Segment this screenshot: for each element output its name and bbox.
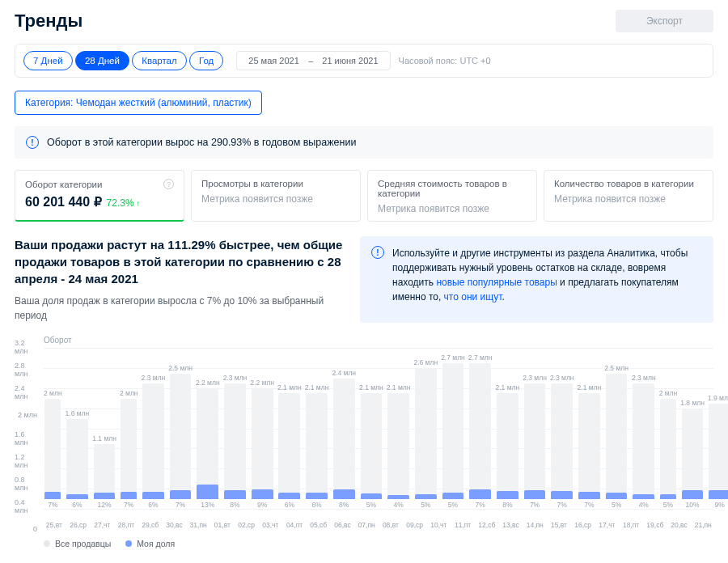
range-pill[interactable]: 28 Дней: [75, 51, 129, 70]
bar-slot[interactable]: 2.7 млн7%: [468, 348, 493, 509]
x-tick: 31,пн: [188, 521, 209, 529]
link-what-they-want[interactable]: что они ищут: [444, 291, 502, 303]
metric-label: Просмотры в категории: [201, 179, 350, 188]
bar-share-label: 6%: [72, 501, 82, 509]
bar-all-sellers: [121, 399, 137, 499]
bar-slot[interactable]: 2.1 млн6%: [277, 348, 302, 509]
x-tick: 21,пн: [692, 521, 713, 529]
bar-slot[interactable]: 2.1 млн8%: [496, 348, 520, 509]
bar-my-share: [415, 494, 437, 499]
bar-all-sellers: [170, 374, 192, 499]
x-tick: 17,чт: [597, 521, 618, 529]
date-range-picker[interactable]: 25 мая 2021 – 21 июня 2021: [236, 51, 390, 70]
bar-value-label: 2.1 млн: [578, 383, 602, 392]
x-tick: 16,ср: [573, 521, 594, 529]
range-pill[interactable]: Квартал: [132, 51, 186, 70]
x-tick: 09,ср: [404, 521, 425, 529]
bar-all-sellers: [415, 368, 437, 499]
bar-slot[interactable]: 2.3 млн4%: [632, 348, 656, 509]
bar-all-sellers: [524, 383, 546, 499]
x-tick: 13,вс: [501, 521, 522, 529]
bar-share-label: 7%: [476, 501, 485, 509]
bar-slot[interactable]: 2.1 млн6%: [305, 348, 329, 509]
category-filter-tag[interactable]: Категория: Чемодан жесткий (алюминий, пл…: [15, 91, 262, 115]
bar-slot[interactable]: 2.7 млн5%: [441, 348, 465, 509]
bar-slot[interactable]: 2 млн7%: [120, 348, 138, 509]
x-tick: 28,пт: [116, 521, 137, 529]
bar-slot[interactable]: 1.9 млн9%: [708, 348, 728, 509]
bar-slot[interactable]: 2.2 млн13%: [196, 348, 220, 509]
bar-value-label: 2 млн: [44, 389, 62, 397]
bar-my-share: [142, 492, 164, 499]
bar-my-share: [442, 493, 464, 499]
bar-share-label: 8%: [502, 501, 512, 509]
bar-value-label: 2.6 млн: [413, 358, 438, 366]
x-tick: 01,вт: [212, 521, 233, 529]
bar-slot[interactable]: 2.3 млн7%: [550, 348, 574, 509]
link-new-products[interactable]: новые популярные товары: [436, 277, 557, 288]
bar-all-sellers: [224, 383, 246, 499]
metric-value: Метрика появится позже: [201, 193, 350, 205]
y-tick: 2.8 млн: [15, 362, 37, 378]
bar-value-label: 2.7 млн: [441, 353, 465, 362]
bar-slot[interactable]: 2.2 млн9%: [250, 348, 274, 509]
bar-slot[interactable]: 2.1 млн7%: [578, 348, 602, 509]
x-tick: 29,сб: [140, 521, 161, 529]
bar-my-share: [333, 489, 355, 499]
export-button[interactable]: Экспорт: [616, 10, 713, 32]
range-pill[interactable]: Год: [189, 51, 223, 70]
bar-value-label: 2.1 млн: [496, 383, 520, 392]
bar-slot[interactable]: 2.6 млн5%: [413, 348, 438, 509]
bar-share-label: 7%: [48, 501, 57, 509]
y-tick: 3.2 млн: [15, 339, 37, 355]
bar-slot[interactable]: 2.4 млн8%: [332, 348, 356, 509]
bar-slot[interactable]: 2 млн7%: [44, 348, 62, 509]
bar-slot[interactable]: 2.3 млн6%: [142, 348, 166, 509]
bar-all-sellers: [278, 393, 300, 499]
bar-share-label: 7%: [584, 501, 594, 509]
chart-legend: Все продавцы Моя доля: [44, 539, 713, 548]
bar-slot[interactable]: 2.3 млн8%: [223, 348, 248, 509]
bar-slot[interactable]: 2.5 млн7%: [168, 348, 193, 509]
bar-slot[interactable]: 2.5 млн5%: [604, 348, 629, 509]
range-pill[interactable]: 7 Дней: [23, 51, 73, 70]
bar-all-sellers: [709, 404, 728, 499]
bar-share-label: 9%: [715, 501, 725, 509]
bar-slot[interactable]: 1.1 млн12%: [92, 348, 116, 509]
bar-my-share: [94, 493, 116, 499]
metric-card[interactable]: Средняя стоимость товаров в категорииМет…: [367, 170, 537, 222]
bar-share-label: 7%: [124, 501, 133, 509]
bar-value-label: 2.1 млн: [359, 383, 383, 392]
bar-slot[interactable]: 2 млн5%: [659, 348, 678, 509]
x-tick: 03,чт: [260, 521, 281, 529]
bar-share-label: 7%: [530, 501, 540, 509]
y-tick: 0.8 млн: [15, 476, 37, 492]
bar-value-label: 2.1 млн: [277, 383, 302, 392]
bar-slot[interactable]: 2.1 млн5%: [359, 348, 383, 509]
metric-card[interactable]: Количество товаров в категорииМетрика по…: [544, 170, 713, 222]
bar-value-label: 1.6 млн: [66, 409, 90, 417]
filter-bar: 7 Дней 28 Дней Квартал Год 25 мая 2021 –…: [15, 44, 713, 78]
bar-slot[interactable]: 2.1 млн4%: [387, 348, 411, 509]
bar-slot[interactable]: 1.6 млн6%: [66, 348, 90, 509]
bar-my-share: [633, 494, 654, 499]
x-tick: 04,пт: [284, 521, 305, 529]
bar-slot[interactable]: 1.8 млн10%: [680, 348, 705, 509]
x-tick: 25,вт: [44, 521, 65, 529]
help-icon[interactable]: ?: [163, 179, 174, 189]
metric-card[interactable]: Оборот категории?60 201 440 ₽72.3%: [15, 170, 184, 222]
metrics-row: Оборот категории?60 201 440 ₽72.3%Просмо…: [15, 170, 713, 222]
bar-share-label: 13%: [201, 501, 214, 509]
bar-slot[interactable]: 2.3 млн7%: [523, 348, 547, 509]
metric-card[interactable]: Просмотры в категорииМетрика появится по…: [191, 170, 361, 222]
notice-text: Оборот в этой категории вырос на 290.93%…: [47, 137, 356, 148]
bar-value-label: 2.5 млн: [168, 364, 193, 372]
x-tick: 08,вт: [380, 521, 401, 529]
legend-my-share[interactable]: Моя доля: [125, 539, 175, 548]
info-icon: !: [26, 136, 39, 149]
bar-all-sellers: [44, 399, 61, 499]
bar-value-label: 1.8 млн: [680, 399, 705, 407]
legend-all-sellers[interactable]: Все продавцы: [44, 539, 111, 548]
x-tick: 14,пн: [524, 521, 545, 529]
bar-all-sellers: [387, 393, 409, 499]
